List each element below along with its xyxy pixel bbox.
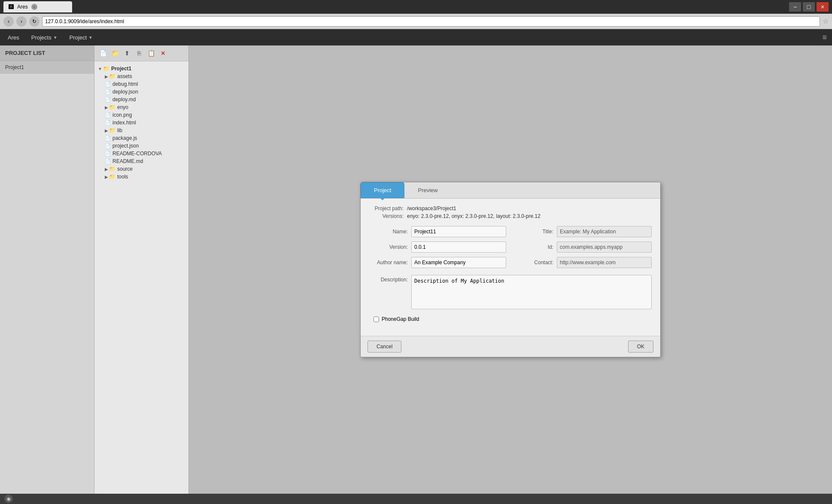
- author-name-input[interactable]: [411, 257, 506, 268]
- phonegap-label: PhoneGap Build: [382, 316, 419, 322]
- close-button[interactable]: ×: [817, 2, 829, 12]
- enyo-expand-icon: ▶: [105, 105, 108, 110]
- meta-project-path: Project path: /workspace3/Project1: [369, 205, 652, 211]
- ares-menu-label: Ares: [8, 34, 19, 41]
- tree-item-source[interactable]: ▶ 📁 source: [96, 165, 187, 173]
- ok-button[interactable]: OK: [628, 341, 653, 353]
- tree-item-enyo[interactable]: ▶ 📁 enyo: [96, 103, 187, 111]
- id-input[interactable]: [557, 241, 652, 253]
- window-controls: − □ ×: [789, 2, 829, 12]
- tab-close-button[interactable]: ×: [31, 4, 37, 10]
- dialog-tabs: Project Preview: [361, 182, 660, 199]
- file-icon-index: 📄: [105, 120, 111, 126]
- phonegap-row: PhoneGap Build: [369, 316, 652, 322]
- tree-item-deploy-json[interactable]: 📄 deploy.json: [96, 88, 187, 96]
- toolbar-right-icon: ≡: [822, 33, 827, 42]
- upload-button[interactable]: ⬆: [122, 48, 132, 58]
- delete-button[interactable]: ✕: [158, 48, 168, 58]
- tree-item-deploy-md[interactable]: 📄 deploy.md: [96, 96, 187, 103]
- tree-item-tools[interactable]: ▶ 📁 tools: [96, 173, 187, 181]
- lib-expand-icon: ▶: [105, 128, 108, 133]
- tree-item-project-json[interactable]: 📄 project.json: [96, 142, 187, 150]
- versions-label: Versions:: [369, 213, 404, 219]
- form-row-name: Name:: [369, 226, 506, 237]
- file-icon-deploy-md: 📄: [105, 97, 111, 103]
- tree-item-package-js[interactable]: 📄 package.js: [96, 134, 187, 142]
- file-toolbar: 📄 📁 ⬆ ⎘ 📋 ✕: [94, 45, 188, 61]
- file-icon-debug: 📄: [105, 81, 111, 87]
- address-input[interactable]: [42, 16, 820, 27]
- form-row-version: Version:: [369, 241, 506, 253]
- browser-titlebar: 🅰 Ares × − □ ×: [0, 0, 832, 14]
- dialog-overlay: Project Preview Project path: /workspace…: [189, 45, 832, 494]
- project-path-value: /workspace3/Project1: [407, 205, 456, 211]
- sidebar-item-project1[interactable]: Project1: [0, 61, 94, 74]
- project-menu-label: Project: [70, 34, 87, 41]
- sidebar-header: PROJECT LIST: [0, 45, 94, 61]
- paste-button[interactable]: 📋: [146, 48, 156, 58]
- cancel-button[interactable]: Cancel: [367, 341, 401, 353]
- version-label: Version:: [369, 244, 408, 250]
- tree-item-readme-md[interactable]: 📄 README.md: [96, 157, 187, 165]
- dialog-content: Project path: /workspace3/Project1 Versi…: [361, 199, 660, 336]
- tree-item-icon-png[interactable]: 📄 icon.png: [96, 111, 187, 119]
- bookmark-icon[interactable]: ☆: [823, 17, 829, 25]
- maximize-button[interactable]: □: [803, 2, 815, 12]
- file-tree-panel: 📄 📁 ⬆ ⎘ 📋 ✕ ▼ 📁 Project1 ▶ 📁 assets 📄 de…: [94, 45, 189, 494]
- new-folder-button[interactable]: 📁: [110, 48, 120, 58]
- menu-project[interactable]: Project ▼: [67, 33, 95, 42]
- new-file-button[interactable]: 📄: [98, 48, 108, 58]
- content-area: Project Preview Project path: /workspace…: [189, 45, 832, 494]
- dialog-footer: Cancel OK: [361, 336, 660, 357]
- tab-preview[interactable]: Preview: [404, 182, 451, 198]
- menu-projects[interactable]: Projects ▼: [29, 33, 60, 42]
- tab-favicon: 🅰: [9, 4, 14, 10]
- contact-label: Contact:: [515, 260, 553, 266]
- lib-folder-icon: 📁: [109, 127, 115, 133]
- title-input[interactable]: [557, 226, 652, 237]
- phonegap-checkbox[interactable]: [373, 317, 379, 322]
- root-expand-icon: ▼: [98, 66, 102, 71]
- meta-versions: Versions: enyo: 2.3.0-pre.12, onyx: 2.3.…: [369, 213, 652, 219]
- file-icon-iconpng: 📄: [105, 112, 111, 118]
- menu-ares[interactable]: Ares: [5, 33, 22, 42]
- status-icon: ◉: [4, 495, 13, 503]
- name-label: Name:: [369, 229, 408, 235]
- source-folder-icon: 📁: [109, 166, 115, 172]
- name-input[interactable]: [411, 226, 506, 237]
- back-button[interactable]: ‹: [3, 16, 14, 27]
- tab-project[interactable]: Project: [361, 182, 404, 198]
- main-layout: PROJECT LIST Project1 📄 📁 ⬆ ⎘ 📋 ✕ ▼ 📁 Pr…: [0, 45, 832, 494]
- version-input[interactable]: [411, 241, 506, 253]
- tree-root-label: Project1: [111, 66, 131, 72]
- tools-folder-icon: 📁: [109, 174, 115, 180]
- versions-value: enyo: 2.3.0-pre.12, onyx: 2.3.0-pre.12, …: [407, 213, 540, 219]
- project-path-label: Project path:: [369, 205, 404, 211]
- form-grid: Name: Title: Version:: [369, 226, 652, 268]
- description-textarea[interactable]: Description of My Application: [411, 275, 652, 309]
- projects-menu-label: Projects: [31, 34, 52, 41]
- author-name-label: Author name:: [369, 260, 408, 266]
- refresh-button[interactable]: ↻: [29, 16, 39, 27]
- project-menu-arrow: ▼: [88, 35, 93, 40]
- form-row-contact: Contact:: [515, 257, 652, 268]
- tree-item-readme-cordova[interactable]: 📄 README-CORDOVA: [96, 150, 187, 157]
- app-toolbar: Ares Projects ▼ Project ▼ ≡: [0, 29, 832, 45]
- status-bar: ◉: [0, 494, 832, 504]
- address-bar: ‹ › ↻ ☆: [0, 14, 832, 29]
- forward-button[interactable]: ›: [16, 16, 27, 27]
- tree-item-index-html[interactable]: 📄 index.html: [96, 119, 187, 127]
- tree-item-assets[interactable]: ▶ 📁 assets: [96, 72, 187, 80]
- tree-root-project1[interactable]: ▼ 📁 Project1: [96, 65, 187, 72]
- minimize-button[interactable]: −: [789, 2, 801, 12]
- tools-expand-icon: ▶: [105, 175, 108, 179]
- tree-item-lib[interactable]: ▶ 📁 lib: [96, 127, 187, 134]
- tree-item-debug-html[interactable]: 📄 debug.html: [96, 80, 187, 88]
- tab-title: Ares: [17, 4, 28, 10]
- browser-tab[interactable]: 🅰 Ares ×: [3, 1, 72, 12]
- copy-button[interactable]: ⎘: [134, 48, 144, 58]
- form-row-author: Author name:: [369, 257, 506, 268]
- enyo-folder-icon: 📁: [109, 104, 115, 110]
- contact-input[interactable]: [557, 257, 652, 268]
- toolbar-right: ≡: [822, 33, 827, 42]
